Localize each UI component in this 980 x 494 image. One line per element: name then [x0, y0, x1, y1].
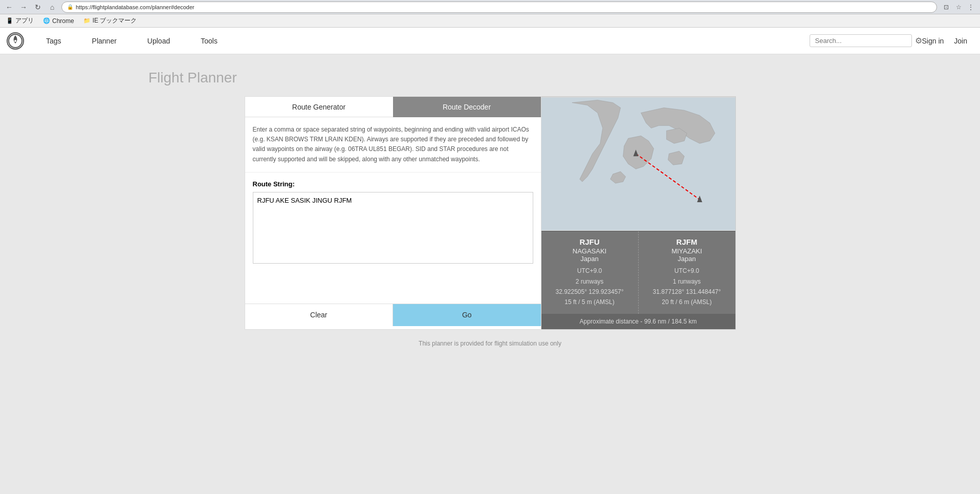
description-text: Enter a comma or space separated string … — [245, 117, 541, 173]
airport-right-elevation: 20 ft / 6 m (AMSL) — [645, 297, 729, 307]
airport-left-city: NAGASAKI — [548, 247, 632, 255]
address-bar[interactable]: 🔒 https://flightplandatabase.com/planner… — [61, 2, 937, 13]
reload-button[interactable]: ↻ — [33, 2, 43, 12]
home-button[interactable]: ⌂ — [47, 2, 57, 12]
nav-tools[interactable]: Tools — [185, 28, 233, 54]
nav-items: Tags Planner Upload Tools — [26, 28, 804, 54]
route-label: Route String: — [253, 180, 533, 188]
nav-right: Sign in Join — [922, 37, 975, 45]
cast-icon[interactable]: ⊡ — [941, 2, 951, 12]
go-button[interactable]: Go — [393, 304, 541, 326]
folder-icon: 📁 — [83, 17, 91, 24]
search-area: ⚙ — [810, 34, 922, 47]
airport-right: RJFM MIYAZAKI Japan UTC+9.0 1 runways 31… — [639, 231, 735, 314]
search-input[interactable] — [810, 34, 912, 47]
left-panel: Route Generator Route Decoder Enter a co… — [245, 96, 541, 330]
lock-icon: 🔒 — [67, 4, 73, 10]
join-link[interactable]: Join — [954, 37, 967, 45]
route-string-section: Route String: — [245, 173, 541, 273]
airport-left: RJFU NAGASAKI Japan UTC+9.0 2 runways 32… — [541, 231, 639, 314]
bookmark-ie[interactable]: 📁 IE ブックマーク — [81, 15, 139, 26]
nav-planner[interactable]: Planner — [77, 28, 132, 54]
planner-container: Route Generator Route Decoder Enter a co… — [245, 96, 736, 330]
distance-bar: Approximate distance - 99.6 nm / 184.5 k… — [541, 314, 735, 329]
settings-icon[interactable]: ⚙ — [915, 36, 922, 46]
right-panel: RJFU NAGASAKI Japan UTC+9.0 2 runways 32… — [541, 96, 736, 330]
airport-right-code: RJFM — [645, 238, 729, 246]
bookmark-ie-label: IE ブックマーク — [93, 16, 137, 25]
map-area — [541, 97, 735, 231]
tab-bar: Route Generator Route Decoder — [245, 97, 541, 117]
app-navbar: Tags Planner Upload Tools ⚙ Sign in Join — [0, 28, 980, 54]
airport-left-code: RJFU — [548, 238, 632, 246]
footer-note: This planner is provided for flight simu… — [419, 340, 561, 347]
map-svg — [541, 97, 735, 231]
clear-button[interactable]: Clear — [245, 304, 394, 326]
airport-right-country: Japan — [645, 255, 729, 263]
url-text: https://flightplandatabase.com/planner#d… — [76, 4, 194, 10]
browser-icons: ⊡ ☆ ⋮ — [941, 2, 976, 12]
nav-upload[interactable]: Upload — [132, 28, 185, 54]
page-title: Flight Planner — [148, 70, 237, 86]
airport-right-city: MIYAZAKI — [645, 247, 729, 255]
spacer — [245, 273, 541, 304]
airport-right-runways: 1 runways — [645, 276, 729, 287]
chrome-icon: 🌐 — [43, 17, 50, 24]
apps-icon: 📱 — [6, 17, 13, 24]
bookmark-chrome[interactable]: 🌐 Chrome — [41, 16, 76, 26]
bookmark-apps[interactable]: 📱 アプリ — [4, 15, 36, 26]
page-content: Flight Planner Route Generator Route Dec… — [0, 54, 980, 413]
logo-circle — [7, 32, 24, 50]
nav-tags[interactable]: Tags — [31, 28, 77, 54]
distance-text: Approximate distance - 99.6 nm / 184.5 k… — [580, 318, 697, 325]
route-textarea[interactable] — [253, 192, 533, 264]
airport-right-coords: 31.877128° 131.448447° — [645, 287, 729, 297]
airport-right-utc: UTC+9.0 — [645, 266, 729, 276]
tab-route-generator[interactable]: Route Generator — [245, 97, 393, 117]
tab-route-decoder[interactable]: Route Decoder — [393, 97, 541, 117]
airport-left-country: Japan — [548, 255, 632, 263]
app-logo[interactable] — [5, 31, 26, 51]
menu-icon[interactable]: ⋮ — [966, 2, 976, 12]
forward-button[interactable]: → — [18, 2, 29, 12]
airport-left-elevation: 15 ft / 5 m (AMSL) — [548, 297, 632, 307]
bottom-buttons: Clear Go — [245, 304, 541, 326]
bookmark-apps-label: アプリ — [15, 16, 34, 25]
browser-titlebar: ← → ↻ ⌂ 🔒 https://flightplandatabase.com… — [0, 0, 980, 14]
airport-left-utc: UTC+9.0 — [548, 266, 632, 276]
svg-point-1 — [14, 40, 16, 42]
bookmarks-bar: 📱 アプリ 🌐 Chrome 📁 IE ブックマーク — [0, 14, 980, 28]
sign-in-link[interactable]: Sign in — [922, 37, 944, 45]
airport-left-coords: 32.922505° 129.923457° — [548, 287, 632, 297]
bookmark-chrome-label: Chrome — [52, 17, 74, 25]
star-icon[interactable]: ☆ — [953, 2, 964, 12]
airport-info: RJFU NAGASAKI Japan UTC+9.0 2 runways 32… — [541, 231, 735, 314]
back-button[interactable]: ← — [4, 2, 14, 12]
airport-left-runways: 2 runways — [548, 276, 632, 287]
